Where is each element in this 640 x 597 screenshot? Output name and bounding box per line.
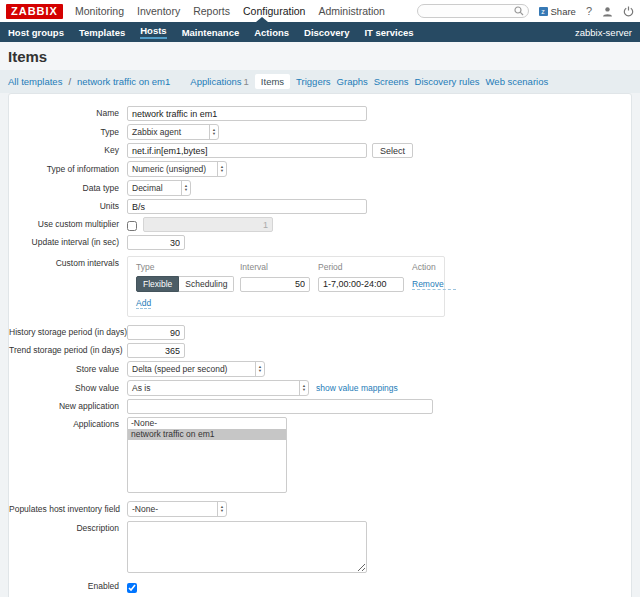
custom-intervals-label: Custom intervals [9, 256, 127, 271]
show-value-label: Show value [9, 381, 127, 396]
crumb-all-templates[interactable]: All templates [8, 76, 62, 87]
period-input[interactable] [318, 277, 404, 292]
field-row-units: Units [9, 199, 621, 214]
active-menu-caret [256, 17, 268, 22]
menu-reports[interactable]: Reports [193, 5, 230, 17]
key-select-button[interactable]: Select [372, 143, 413, 158]
subnav-actions[interactable]: Actions [254, 27, 289, 38]
breadcrumb: All templates / network traffic on em1 A… [0, 70, 640, 93]
subnav-discovery[interactable]: Discovery [304, 27, 349, 38]
type-of-information-select[interactable]: Numeric (unsigned) ▲▼ [127, 161, 227, 177]
key-input[interactable] [127, 143, 367, 158]
application-option-none[interactable]: -None- [128, 418, 286, 429]
share-icon: z [539, 7, 548, 16]
topbar-actions: z Share ? [417, 4, 634, 18]
data-type-label: Data type [9, 181, 127, 196]
tab-screens[interactable]: Screens [374, 76, 409, 87]
tab-graphs[interactable]: Graphs [337, 76, 368, 87]
subnav-maintenance[interactable]: Maintenance [182, 27, 240, 38]
description-label: Description [9, 521, 127, 536]
logout-icon[interactable] [623, 6, 634, 17]
select-stepper-icon: ▲▼ [181, 181, 190, 195]
subnav-host-groups[interactable]: Host groups [8, 27, 64, 38]
main-menu: Monitoring Inventory Reports Configurati… [75, 5, 385, 17]
page-title: Items [0, 42, 640, 70]
description-textarea[interactable] [127, 521, 367, 573]
share-label: Share [551, 6, 576, 17]
show-value-mappings-link[interactable]: show value mappings [316, 383, 398, 393]
type-select[interactable]: Zabbix agent ▲▼ [127, 124, 219, 140]
applications-listbox[interactable]: -None- network traffic on em1 [127, 417, 287, 493]
tab-items[interactable]: Items [255, 74, 290, 89]
data-type-select[interactable]: Decimal ▲▼ [127, 180, 191, 196]
crumb-host[interactable]: network traffic on em1 [77, 76, 170, 87]
subnav-hosts[interactable]: Hosts [140, 25, 166, 39]
field-row-type-of-information: Type of information Numeric (unsigned) ▲… [9, 161, 621, 177]
ci-header-period: Period [318, 262, 404, 272]
menu-administration[interactable]: Administration [318, 5, 385, 17]
show-value-select[interactable]: As is ▲▼ [127, 380, 309, 396]
field-row-new-application: New application [9, 399, 621, 414]
global-search-input[interactable] [417, 4, 529, 18]
profile-icon[interactable] [602, 6, 613, 17]
tab-applications[interactable]: Applications1 [190, 76, 249, 87]
tab-triggers[interactable]: Triggers [296, 76, 331, 87]
units-input[interactable] [127, 199, 367, 214]
help-button[interactable]: ? [586, 5, 592, 17]
use-custom-multiplier-label: Use custom multiplier [9, 217, 127, 232]
type-label: Type [9, 125, 127, 140]
search-icon [514, 6, 524, 16]
subnav-it-services[interactable]: IT services [364, 27, 413, 38]
inventory-field-select[interactable]: -None- ▲▼ [127, 501, 227, 517]
item-form: Name Type Zabbix agent ▲▼ Key Select Typ… [8, 93, 632, 597]
store-value-select[interactable]: Delta (speed per second) ▲▼ [127, 361, 265, 377]
name-label: Name [9, 106, 127, 121]
field-row-use-custom-multiplier: Use custom multiplier 1 [9, 217, 621, 232]
update-interval-label: Update interval (in sec) [9, 235, 127, 250]
top-navigation-bar: ZABBIX Monitoring Inventory Reports Conf… [0, 0, 640, 22]
share-button[interactable]: z Share [539, 6, 576, 17]
inventory-field-label: Populates host inventory field [9, 502, 127, 517]
name-input[interactable] [127, 106, 367, 121]
trends-label: Trend storage period (in days) [9, 343, 127, 358]
select-stepper-icon: ▲▼ [299, 381, 308, 395]
select-stepper-icon: ▲▼ [217, 162, 226, 176]
tab-web-scenarios[interactable]: Web scenarios [486, 76, 549, 87]
interval-input[interactable] [240, 277, 310, 292]
enabled-checkbox[interactable] [127, 583, 137, 593]
subnav-templates[interactable]: Templates [79, 27, 125, 38]
field-row-history: History storage period (in days) [9, 325, 621, 340]
enabled-label: Enabled [9, 579, 127, 594]
field-row-store-value: Store value Delta (speed per second) ▲▼ [9, 361, 621, 377]
multiplier-input: 1 [143, 217, 273, 232]
field-row-data-type: Data type Decimal ▲▼ [9, 180, 621, 196]
field-row-key: Key Select [9, 143, 621, 158]
menu-inventory[interactable]: Inventory [137, 5, 180, 17]
select-stepper-icon: ▲▼ [255, 362, 264, 376]
new-application-input[interactable] [127, 399, 433, 414]
use-custom-multiplier-checkbox[interactable] [127, 221, 137, 231]
key-label: Key [9, 143, 127, 158]
flexible-button[interactable]: Flexible [136, 276, 179, 292]
field-row-custom-intervals: Custom intervals Type Interval Period Ac… [9, 256, 621, 317]
field-row-name: Name [9, 106, 621, 121]
field-row-show-value: Show value As is ▲▼ show value mappings [9, 380, 621, 396]
remove-interval-link[interactable]: Remove [412, 279, 456, 290]
menu-monitoring[interactable]: Monitoring [75, 5, 124, 17]
applications-label: Applications [9, 417, 127, 432]
menu-configuration[interactable]: Configuration [243, 5, 305, 17]
new-application-label: New application [9, 399, 127, 414]
tab-discovery-rules[interactable]: Discovery rules [415, 76, 480, 87]
history-label: History storage period (in days) [9, 325, 127, 340]
field-row-enabled: Enabled [9, 579, 621, 594]
history-input[interactable] [127, 325, 185, 340]
crumb-separator: / [68, 76, 71, 87]
add-interval-link[interactable]: Add [136, 298, 151, 309]
trends-input[interactable] [127, 343, 185, 358]
application-option-selected[interactable]: network traffic on em1 [128, 429, 286, 440]
update-interval-input[interactable] [127, 235, 185, 250]
field-row-update-interval: Update interval (in sec) [9, 235, 621, 250]
scheduling-button[interactable]: Scheduling [179, 276, 234, 292]
zabbix-logo[interactable]: ZABBIX [6, 4, 63, 19]
units-label: Units [9, 199, 127, 214]
